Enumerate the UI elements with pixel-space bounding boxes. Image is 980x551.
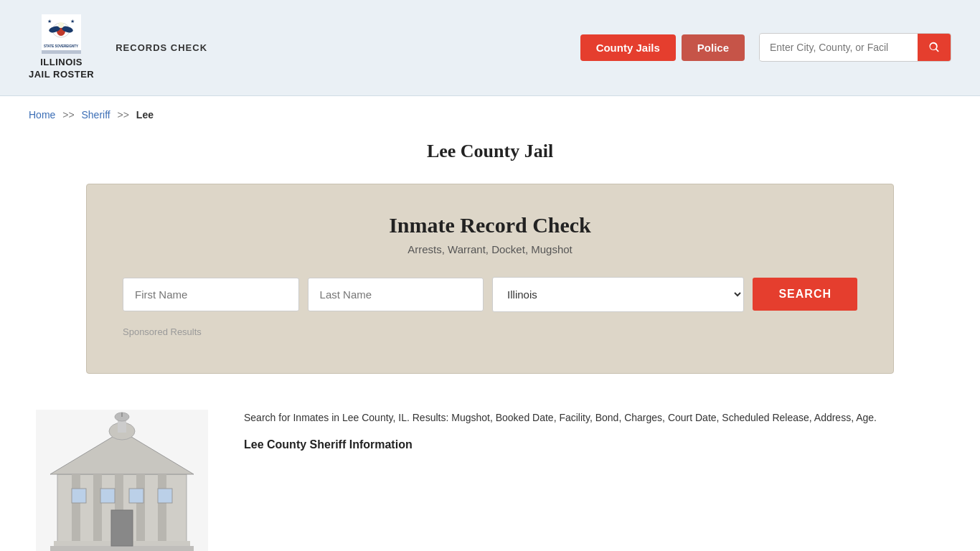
svg-text:★: ★	[70, 19, 75, 24]
svg-rect-15	[93, 474, 102, 546]
sponsored-results: Sponsored Results	[123, 326, 857, 337]
page-title: Lee County Jail	[29, 141, 951, 162]
county-jails-button[interactable]: County Jails	[580, 34, 676, 61]
breadcrumb-current: Lee	[136, 109, 154, 121]
svg-text:★: ★	[47, 19, 52, 24]
breadcrumb-home[interactable]: Home	[29, 109, 55, 121]
svg-rect-23	[100, 489, 115, 503]
inmate-search-subtitle: Arrests, Warrant, Docket, Mugshot	[123, 243, 857, 255]
svg-rect-25	[158, 489, 172, 503]
svg-rect-21	[111, 510, 133, 546]
lower-description: Search for Inmates in Lee County, IL. Re…	[244, 410, 951, 456]
svg-rect-22	[72, 489, 86, 503]
inmate-search-form: Illinois Alabama Alaska Arizona SEARCH	[123, 277, 857, 312]
search-icon	[928, 41, 941, 54]
header-search-bar	[759, 33, 951, 62]
svg-rect-19	[50, 546, 194, 551]
svg-rect-14	[72, 474, 80, 546]
inmate-search-title: Inmate Record Check	[123, 213, 857, 237]
svg-rect-10	[42, 50, 81, 54]
site-logo[interactable]: ★ ★ STATE SOVEREIGNTY ILLINOIS JAIL ROST…	[29, 14, 94, 81]
inmate-search-box: Inmate Record Check Arrests, Warrant, Do…	[86, 184, 894, 374]
last-name-input[interactable]	[308, 278, 484, 311]
sheriff-info-heading: Lee County Sheriff Information	[244, 438, 951, 451]
page-title-section: Lee County Jail	[0, 133, 980, 184]
building-illustration	[29, 410, 215, 551]
breadcrumb-sep1: >>	[62, 109, 74, 121]
header-left: ★ ★ STATE SOVEREIGNTY ILLINOIS JAIL ROST…	[29, 14, 207, 81]
site-header: ★ ★ STATE SOVEREIGNTY ILLINOIS JAIL ROST…	[0, 0, 980, 96]
inmate-search-button[interactable]: SEARCH	[753, 278, 857, 311]
svg-point-5	[58, 22, 64, 28]
first-name-input[interactable]	[123, 278, 299, 311]
state-select[interactable]: Illinois Alabama Alaska Arizona	[492, 277, 744, 312]
svg-rect-17	[136, 474, 145, 546]
svg-text:STATE SOVEREIGNTY: STATE SOVEREIGNTY	[44, 44, 78, 48]
courthouse-icon	[36, 410, 208, 551]
header-search-input[interactable]	[760, 34, 918, 60]
records-check-link[interactable]: RECORDS CHECK	[116, 42, 207, 53]
logo-text: ILLINOIS JAIL ROSTER	[29, 57, 94, 81]
breadcrumb: Home >> Sheriff >> Lee	[0, 96, 980, 133]
illinois-flag-icon: ★ ★ STATE SOVEREIGNTY	[42, 14, 81, 54]
lower-section: Search for Inmates in Lee County, IL. Re…	[0, 395, 980, 551]
header-nav: County Jails Police	[580, 34, 745, 61]
svg-rect-18	[158, 474, 166, 546]
breadcrumb-sep2: >>	[118, 109, 129, 121]
breadcrumb-sheriff[interactable]: Sheriff	[82, 109, 110, 121]
header-search-button[interactable]	[918, 34, 951, 61]
svg-rect-24	[129, 489, 143, 503]
police-button[interactable]: Police	[682, 34, 745, 61]
lower-description-text: Search for Inmates in Lee County, IL. Re…	[244, 410, 951, 427]
